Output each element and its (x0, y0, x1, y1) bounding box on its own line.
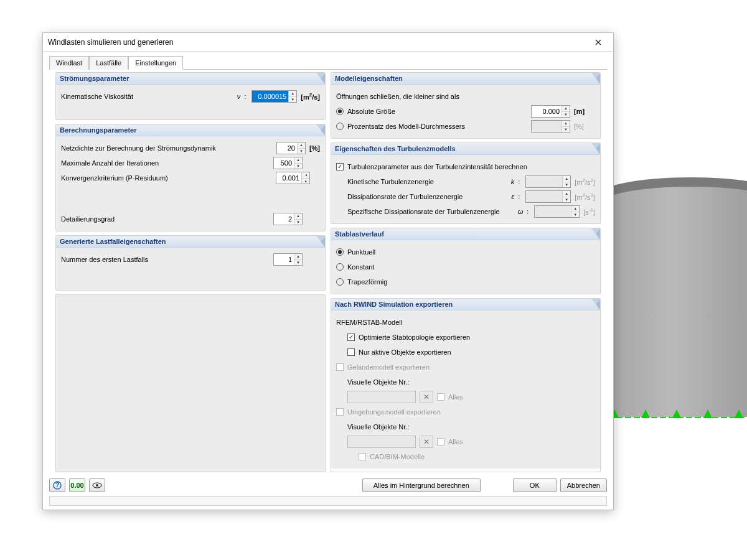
eye-icon (92, 482, 102, 488)
close-button[interactable] (588, 35, 608, 50)
help-icon: ? (53, 481, 62, 490)
group-header: Berechnungsparameter (56, 124, 325, 136)
rfem-label: RFEM/RSTAB-Modell (336, 319, 402, 326)
ruler-icon: 0.00 (70, 482, 83, 489)
bgcalc-button[interactable]: Alles im Hintergrund berechnen (362, 478, 481, 492)
mesh-label: Netzdichte zur Berechnung der Strömungsd… (61, 144, 273, 152)
group-generierte-lastfall: Generierte Lastfalleigenschaften Nummer … (55, 235, 326, 291)
eps-unit: [m2/s3] (575, 192, 595, 201)
chk-optimierte-topologie[interactable]: Optimierte Stabtopologie exportieren (347, 334, 470, 341)
chk-alles-1: Alles (437, 393, 463, 401)
svg-text:?: ? (55, 481, 60, 488)
mesh-input[interactable]: ▲▼ (276, 142, 306, 154)
group-header: Strömungsparameter (56, 73, 325, 85)
pick-icon-1: ✕ (420, 391, 433, 403)
tab-windlast[interactable]: Windlast (49, 56, 89, 70)
bottom-bar: ? 0.00 Alles im Hintergrund berechnen OK… (43, 475, 613, 496)
group-stroemungsparameter: Strömungsparameter Kinematische Viskosit… (55, 72, 326, 120)
group-header: Modelleigenschaften (331, 73, 600, 85)
radio-konstant[interactable]: Konstant (336, 263, 374, 271)
group-header: Generierte Lastfalleigenschaften (56, 236, 325, 248)
radio-absolute-groesse[interactable]: Absolute Größe (336, 108, 395, 115)
chk-gelaendemodell: Geländemodell exportieren (336, 363, 430, 371)
k-input: ▲▼ (525, 175, 571, 188)
mesh-unit: [%] (309, 144, 320, 152)
chk-nur-aktive[interactable]: Nur aktive Objekte exportieren (347, 348, 451, 356)
visobj-field-1 (347, 391, 416, 403)
chk-umgebungsmodell: Umgebungsmodell exportieren (336, 408, 441, 416)
chk-alles-2: Alles (437, 438, 463, 446)
omega-input: ▲▼ (534, 205, 580, 218)
window-title: Windlasten simulieren und generieren (48, 38, 588, 47)
dialog-window: Windlasten simulieren und generieren Win… (42, 32, 614, 510)
units-button[interactable]: 0.00 (69, 478, 85, 492)
visc-unit: [m2/s] (301, 92, 320, 101)
eps-symbol: ε (503, 193, 514, 200)
radio-trapezfoermig[interactable]: Trapezförmig (336, 278, 387, 286)
visc-label: Kinematische Viskosität (61, 93, 225, 100)
abs-input[interactable]: ▲▼ (531, 105, 570, 118)
visc-symbol: ν (229, 93, 240, 100)
visc-input[interactable]: ▲▼ (251, 90, 297, 103)
group-rwind-export: Nach RWIND Simulation exportieren RFEM/R… (331, 298, 601, 472)
visobj-label-1: Visuelle Objekte Nr.: (347, 378, 409, 386)
abs-unit: [m] (574, 108, 595, 115)
pick-icon-2: ✕ (420, 436, 433, 448)
left-column: Strömungsparameter Kinematische Viskosit… (55, 72, 326, 472)
dialog-content: Strömungsparameter Kinematische Viskosit… (49, 69, 607, 475)
pct-unit: [%] (574, 123, 595, 130)
detail-input[interactable]: ▲▼ (273, 213, 303, 225)
group-empty (55, 294, 326, 472)
iter-label: Maximale Anzahl der Iterationen (61, 159, 270, 167)
view-button[interactable] (89, 478, 105, 492)
k-label: Kinetische Turbulenzenergie (347, 178, 499, 185)
group-modelleigenschaften: Modelleigenschaften Öffnungen schließen,… (331, 72, 601, 139)
omega-unit: [s-1] (583, 207, 595, 216)
omega-symbol: ω (512, 208, 523, 215)
radio-punktuell[interactable]: Punktuell (336, 248, 375, 256)
detail-label: Detailierungsgrad (61, 215, 270, 223)
cancel-button[interactable]: Abbrechen (560, 478, 607, 492)
svg-point-3 (96, 484, 98, 487)
group-turbulenzmodell: Eigenschaften des Turbulenzmodells Turbu… (331, 142, 601, 224)
conv-label: Konvergenzkriterium (P-Residuum) (61, 174, 272, 182)
tab-strip: Windlast Lastfälle Einstellungen (43, 52, 613, 69)
k-symbol: k (503, 178, 514, 185)
right-column: Modelleigenschaften Öffnungen schließen,… (331, 72, 601, 472)
firstlc-input[interactable]: ▲▼ (273, 253, 303, 266)
k-unit: [m2/s2] (575, 177, 595, 186)
eps-label: Dissipationsrate der Turbulenzenergie (347, 193, 499, 200)
visobj-label-2: Visuelle Objekte Nr.: (347, 423, 409, 431)
radio-prozentsatz[interactable]: Prozentsatz des Modell-Durchmessers (336, 123, 465, 130)
spin-buttons[interactable]: ▲▼ (288, 91, 296, 102)
chk-cadbim: CAD/BIM-Modelle (359, 453, 425, 460)
group-header: Nach RWIND Simulation exportieren (331, 299, 600, 310)
group-header: Stablastverlauf (331, 228, 600, 240)
tab-einstellungen[interactable]: Einstellungen (128, 56, 183, 70)
close-icon (595, 39, 601, 45)
iter-input[interactable]: ▲▼ (273, 157, 303, 169)
omega-label: Spezifische Dissipationsrate der Turbule… (347, 208, 508, 215)
titlebar: Windlasten simulieren und generieren (43, 33, 613, 52)
conv-input[interactable]: ◂▸ (276, 172, 310, 184)
help-button[interactable]: ? (49, 478, 65, 492)
tab-lastfaelle[interactable]: Lastfälle (89, 56, 128, 70)
ok-button[interactable]: OK (513, 478, 557, 492)
visobj-field-2 (347, 436, 416, 448)
status-strip (49, 496, 607, 506)
close-openings-label: Öffnungen schließen, die kleiner sind al… (336, 93, 459, 100)
firstlc-label: Nummer des ersten Lastfalls (61, 256, 270, 263)
group-berechnungsparameter: Berechnungsparameter Netzdichte zur Bere… (55, 124, 326, 231)
chk-turbulenzparameter[interactable]: Turbulenzparameter aus der Turbulenzinte… (336, 163, 527, 170)
pct-input: ▲▼ (531, 120, 570, 133)
eps-input: ▲▼ (525, 190, 571, 203)
group-header: Eigenschaften des Turbulenzmodells (331, 143, 600, 155)
group-stablastverlauf: Stablastverlauf Punktuell Konstant Trape… (331, 228, 601, 294)
